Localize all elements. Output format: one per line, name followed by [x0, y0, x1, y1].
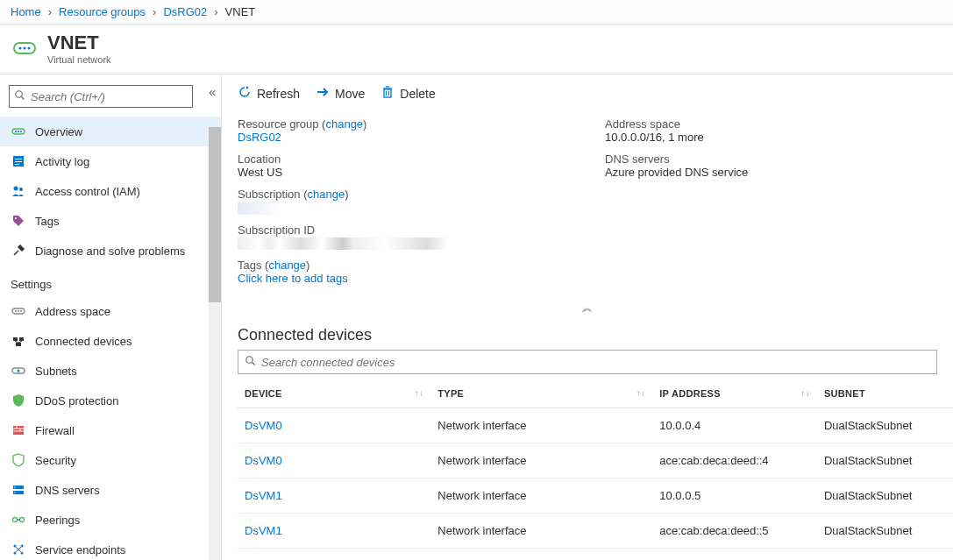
- dns-label: DNS servers: [605, 152, 937, 166]
- collapse-sidebar-icon[interactable]: «: [209, 85, 216, 99]
- change-sub-link[interactable]: change: [308, 188, 345, 201]
- scrollbar-thumb[interactable]: [209, 127, 221, 302]
- svg-line-5: [22, 96, 25, 99]
- svg-rect-56: [384, 89, 391, 97]
- location-label: Location: [238, 152, 570, 166]
- sidebar: « Overview Activity log Access control (…: [0, 74, 222, 560]
- sidebar-item-subnets[interactable]: Subnets: [0, 356, 221, 386]
- essentials: Resource group (change) DsRG02 Location …: [222, 112, 953, 294]
- svg-rect-21: [13, 337, 18, 341]
- device-subnet-cell: DualStackSubnet: [817, 443, 953, 478]
- col-subnet[interactable]: SUBNET: [817, 379, 953, 408]
- breadcrumb: Home › Resource groups › DsRG02 › VNET: [0, 0, 953, 25]
- vnet-icon: [11, 34, 39, 62]
- sidebar-item-activity-log[interactable]: Activity log: [0, 146, 221, 176]
- devices-search[interactable]: [238, 350, 937, 374]
- sidebar-item-dns[interactable]: DNS servers: [0, 475, 221, 505]
- svg-point-14: [14, 187, 18, 191]
- sidebar-item-diagnose[interactable]: Diagnose and solve problems: [0, 236, 221, 266]
- device-subnet-cell: DualStackSubnet: [817, 514, 953, 549]
- table-row[interactable]: DsVM0Network interface10.0.0.4DualStackS…: [238, 408, 953, 443]
- page-title: VNET: [47, 32, 111, 54]
- svg-rect-28: [13, 426, 24, 435]
- sidebar-section-settings: Settings: [0, 266, 221, 296]
- dns-value: Azure provided DNS service: [605, 166, 937, 179]
- sidebar-item-label: DDoS protection: [35, 394, 118, 408]
- device-name-cell[interactable]: DsVM1: [245, 524, 282, 537]
- sidebar-item-firewall[interactable]: Firewall: [0, 415, 221, 445]
- svg-point-18: [15, 310, 17, 312]
- sidebar-item-endpoints[interactable]: Service endpoints: [0, 535, 221, 560]
- device-ip-cell: 10.0.0.4: [652, 408, 817, 443]
- sidebar-item-label: Security: [35, 454, 76, 467]
- svg-point-37: [13, 518, 18, 522]
- toolbar: Refresh Move Delete: [222, 74, 953, 112]
- table-row[interactable]: DsVM1Network interface10.0.0.5DualStackS…: [238, 478, 953, 514]
- sidebar-item-overview[interactable]: Overview: [0, 117, 221, 146]
- col-device[interactable]: DEVICE↑↓: [238, 379, 430, 408]
- svg-line-24: [15, 341, 18, 343]
- svg-point-36: [14, 492, 15, 493]
- device-subnet-cell: DualStackSubnet: [817, 408, 953, 443]
- sidebar-item-tags[interactable]: Tags: [0, 206, 221, 236]
- svg-line-45: [15, 546, 18, 549]
- search-icon: [245, 356, 256, 369]
- sidebar-item-label: Peerings: [35, 514, 80, 527]
- devices-search-input[interactable]: [261, 356, 929, 369]
- svg-point-4: [16, 90, 23, 97]
- breadcrumb-home[interactable]: Home: [11, 5, 41, 18]
- collapse-essentials-button[interactable]: ︽: [222, 294, 953, 323]
- sidebar-item-label: Access control (IAM): [35, 185, 140, 198]
- sidebar-item-label: Connected devices: [35, 335, 132, 348]
- svg-rect-12: [15, 161, 22, 162]
- sidebar-item-address-space[interactable]: Address space: [0, 296, 221, 326]
- add-tags-link[interactable]: Click here to add tags: [238, 272, 348, 285]
- sidebar-item-security[interactable]: Security: [0, 445, 221, 475]
- svg-point-61: [246, 356, 253, 363]
- sidebar-item-peerings[interactable]: Peerings: [0, 505, 221, 535]
- sidebar-item-label: DNS servers: [35, 484, 100, 497]
- breadcrumb-rg[interactable]: Resource groups: [59, 5, 146, 18]
- device-name-cell[interactable]: DsVM0: [245, 419, 282, 432]
- delete-button[interactable]: Delete: [380, 85, 435, 102]
- dns-icon: [11, 482, 26, 498]
- sidebar-search[interactable]: [9, 85, 193, 108]
- device-name-cell[interactable]: DsVM0: [245, 454, 282, 467]
- subscription-label: Subscription (change): [238, 188, 570, 201]
- breadcrumb-rgname[interactable]: DsRG02: [163, 5, 207, 18]
- vnet-icon: [11, 124, 26, 139]
- sidebar-item-connected-devices[interactable]: Connected devices: [0, 326, 221, 356]
- content-pane: Refresh Move Delete Resource group (chan…: [222, 74, 953, 560]
- subnets-icon: [11, 363, 26, 379]
- device-name-cell[interactable]: DsVM1: [245, 489, 282, 502]
- move-button[interactable]: Move: [316, 85, 365, 102]
- sidebar-item-label: Address space: [35, 305, 110, 318]
- svg-line-47: [15, 549, 18, 553]
- log-icon: [11, 153, 26, 169]
- device-type-cell: Network interface: [430, 478, 652, 514]
- search-icon: [15, 90, 25, 103]
- refresh-button[interactable]: Refresh: [238, 85, 300, 102]
- address-space-label: Address space: [605, 117, 937, 131]
- col-type[interactable]: TYPE↑↓: [430, 379, 652, 408]
- svg-line-25: [18, 341, 22, 343]
- change-rg-link[interactable]: change: [325, 117, 363, 131]
- redacted-value: [238, 202, 281, 215]
- scrollbar[interactable]: [209, 127, 221, 560]
- rg-value-link[interactable]: DsRG02: [238, 131, 281, 144]
- tag-icon: [11, 213, 26, 229]
- svg-rect-22: [19, 337, 24, 341]
- wrench-icon: [11, 243, 26, 259]
- sidebar-item-iam[interactable]: Access control (IAM): [0, 176, 221, 206]
- svg-point-16: [15, 217, 17, 219]
- change-tags-link[interactable]: change: [268, 259, 306, 272]
- svg-line-48: [18, 549, 22, 553]
- table-row[interactable]: DsVM0Network interfaceace:cab:deca:deed:…: [238, 443, 953, 478]
- chevron-up-icon: ︽: [582, 301, 593, 314]
- table-row[interactable]: DsVM1Network interfaceace:cab:deca:deed:…: [238, 514, 953, 549]
- refresh-icon: [238, 85, 252, 102]
- sidebar-item-ddos[interactable]: DDoS protection: [0, 386, 221, 415]
- devices-icon: [11, 333, 26, 349]
- sidebar-search-input[interactable]: [31, 90, 187, 103]
- col-ip[interactable]: IP ADDRESS↑↓: [652, 379, 817, 408]
